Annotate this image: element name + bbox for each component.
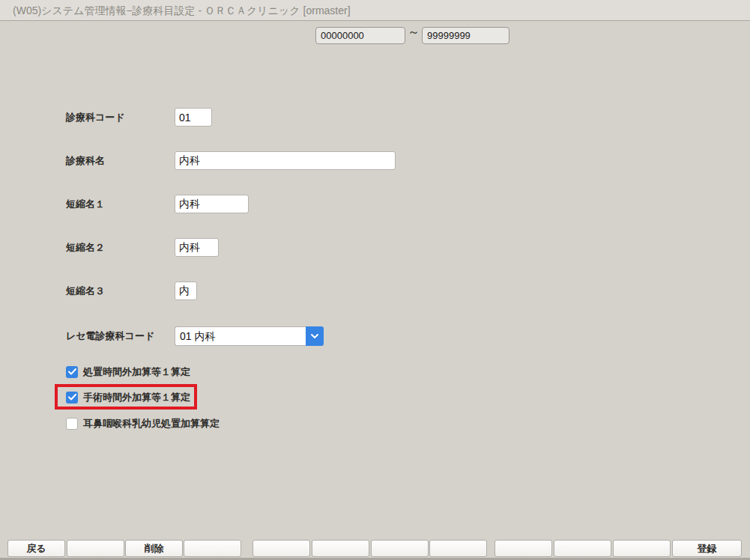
- receipt-dept-code-label: レセ電診療科コード: [66, 329, 175, 343]
- field-row-department-code: 診療科コード: [66, 108, 212, 127]
- checkbox-row-ent-infant: 耳鼻咽喉科乳幼児処置加算算定: [66, 417, 220, 430]
- ent-infant-checkbox[interactable]: [66, 418, 78, 430]
- receipt-dept-code-select[interactable]: 01 内科: [175, 326, 324, 346]
- checkbox-row-treatment-overtime: 処置時間外加算等１算定: [66, 365, 190, 378]
- field-row-receipt-dept-code: レセ電診療科コード 01 内科: [66, 326, 324, 346]
- footer-button-8[interactable]: [429, 540, 487, 557]
- short-name-3-input[interactable]: [175, 281, 197, 300]
- footer-button-9[interactable]: [495, 540, 552, 557]
- footer-button-5[interactable]: [252, 540, 310, 557]
- footer-button-6[interactable]: [312, 540, 369, 557]
- footer-button-7[interactable]: [371, 540, 429, 557]
- code-range-to-input[interactable]: [422, 27, 509, 44]
- short-name-1-label: 短縮名１: [66, 198, 175, 211]
- receipt-dept-code-value: 01 内科: [175, 326, 306, 346]
- register-button[interactable]: 登録: [672, 540, 742, 557]
- footer-button-10[interactable]: [554, 540, 611, 557]
- app-window: (W05)システム管理情報−診療科目設定 - ＯＲＣＡクリニック [ormast…: [0, 0, 750, 560]
- field-row-short-name-1: 短縮名１: [66, 195, 249, 213]
- field-row-department-name: 診療科名: [66, 151, 396, 170]
- short-name-3-label: 短縮名３: [66, 284, 175, 298]
- range-separator: ～: [408, 25, 420, 40]
- dropdown-button[interactable]: [306, 326, 324, 346]
- surgery-overtime-checkbox[interactable]: [66, 392, 78, 404]
- footer-button-2[interactable]: [67, 540, 124, 557]
- checkmark-icon: [68, 368, 76, 375]
- ent-infant-label: 耳鼻咽喉科乳幼児処置加算算定: [83, 417, 220, 430]
- department-code-input[interactable]: [175, 108, 212, 127]
- department-name-input[interactable]: [175, 151, 396, 170]
- surgery-overtime-label: 手術時間外加算等１算定: [83, 391, 190, 404]
- field-row-short-name-2: 短縮名２: [66, 238, 219, 257]
- department-code-label: 診療科コード: [66, 111, 175, 124]
- field-row-short-name-3: 短縮名３: [66, 281, 197, 300]
- window-title: (W05)システム管理情報−診療科目設定 - ＯＲＣＡクリニック [ormast…: [0, 0, 750, 21]
- footer-button-4[interactable]: [184, 540, 241, 557]
- chevron-down-icon: [310, 333, 319, 339]
- treatment-overtime-checkbox[interactable]: [66, 366, 78, 378]
- footer-button-11[interactable]: [613, 540, 671, 557]
- back-button[interactable]: 戻る: [7, 540, 65, 557]
- treatment-overtime-label: 処置時間外加算等１算定: [83, 365, 190, 379]
- department-name-label: 診療科名: [66, 154, 175, 168]
- checkbox-row-surgery-overtime: 手術時間外加算等１算定: [66, 391, 190, 404]
- short-name-2-label: 短縮名２: [66, 241, 175, 255]
- checkmark-icon: [68, 394, 76, 401]
- short-name-2-input[interactable]: [175, 238, 219, 257]
- code-range-from-input[interactable]: [315, 27, 405, 44]
- delete-button[interactable]: 削除: [125, 540, 183, 557]
- short-name-1-input[interactable]: [175, 195, 249, 213]
